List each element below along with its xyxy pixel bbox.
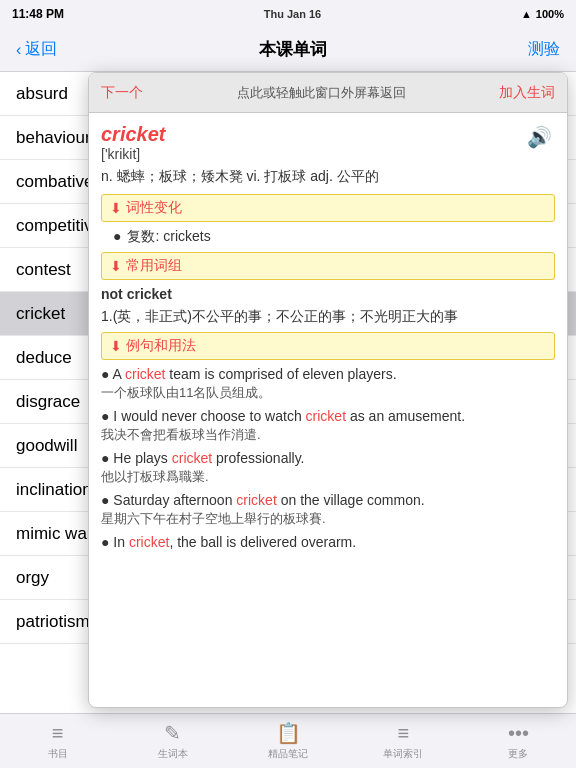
example-4-zh: 星期六下午在村子空地上舉行的板球賽.: [101, 510, 555, 528]
example-1-zh: 一个板球队由11名队员组成。: [101, 384, 555, 402]
more-icon: •••: [508, 722, 529, 745]
wordindex-icon: ≡: [397, 722, 409, 745]
popup-content: cricket ['krikit] 🔊 n. 蟋蟀；板球；矮木凳 vi. 打板球…: [89, 113, 567, 707]
example-4-en: ● Saturday afternoon cricket on the vill…: [101, 492, 555, 508]
prev-button[interactable]: 下一个: [101, 84, 143, 102]
morphology-items: ● 复数: crickets: [109, 228, 555, 246]
back-label: 返回: [25, 39, 57, 60]
tab-vocab[interactable]: ✎ 生词本: [115, 721, 230, 761]
word-label: inclination: [16, 480, 92, 500]
example-2-en: ● I would never choose to watch cricket …: [101, 408, 555, 424]
tab-booklist[interactable]: ≡ 书目: [0, 722, 115, 761]
page-title: 本课单词: [259, 38, 327, 61]
dict-word-row: cricket ['krikit] 🔊: [101, 123, 555, 166]
word-label: disgrace: [16, 392, 80, 412]
meaning-item: 1.(英，非正式)不公平的事；不公正的事；不光明正大的事: [101, 308, 555, 326]
example-3-en: ● He plays cricket professionally.: [101, 450, 555, 466]
tab-notes-label: 精品笔记: [268, 747, 308, 761]
battery-icon: 100%: [536, 8, 564, 20]
wifi-icon: ▲: [521, 8, 532, 20]
morphology-header[interactable]: ⬇ 词性变化: [101, 194, 555, 222]
notes-icon: 📋: [276, 721, 301, 745]
tab-more[interactable]: ••• 更多: [461, 722, 576, 761]
list-item: ● 复数: crickets: [113, 228, 555, 246]
examples-arrow-icon: ⬇: [110, 338, 122, 354]
example-1-en: ● A cricket team is comprised of eleven …: [101, 366, 555, 382]
word-label: behaviour: [16, 128, 91, 148]
status-time: 11:48 PM: [12, 7, 64, 21]
dict-word: cricket ['krikit]: [101, 123, 166, 166]
tab-notes[interactable]: 📋 精品笔记: [230, 721, 345, 761]
add-vocab-button[interactable]: 加入生词: [499, 84, 555, 102]
word-label: deduce: [16, 348, 72, 368]
popup-toolbar: 下一个 点此或轻触此窗口外屏幕返回 加入生词: [89, 73, 567, 113]
word-label: contest: [16, 260, 71, 280]
back-chevron-icon: ‹: [16, 41, 21, 59]
phrases-arrow-icon: ⬇: [110, 258, 122, 274]
tab-vocab-label: 生词本: [158, 747, 188, 761]
dict-popup[interactable]: 下一个 点此或轻触此窗口外屏幕返回 加入生词 cricket ['krikit]…: [88, 72, 568, 708]
quiz-button[interactable]: 测验: [528, 39, 560, 60]
example-2-zh: 我决不會把看板球当作消遣.: [101, 426, 555, 444]
word-label: orgy: [16, 568, 49, 588]
booklist-icon: ≡: [52, 722, 64, 745]
phrases-header[interactable]: ⬇ 常用词组: [101, 252, 555, 280]
status-icons: ▲ 100%: [521, 8, 564, 20]
status-bar: 11:48 PM Thu Jan 16 ▲ 100%: [0, 0, 576, 28]
back-button[interactable]: ‹ 返回: [16, 39, 57, 60]
tab-bar: ≡ 书目 ✎ 生词本 📋 精品笔记 ≡ 单词索引 ••• 更多: [0, 713, 576, 768]
tab-booklist-label: 书目: [48, 747, 68, 761]
status-day: Thu Jan 16: [264, 8, 321, 20]
word-label: patriotism: [16, 612, 90, 632]
popup-hint: 点此或轻触此窗口外屏幕返回: [237, 84, 406, 102]
tab-wordindex[interactable]: ≡ 单词索引: [346, 722, 461, 761]
word-label: cricket: [16, 304, 65, 324]
word-label: absurd: [16, 84, 68, 104]
morphology-arrow-icon: ⬇: [110, 200, 122, 216]
dict-definition: n. 蟋蟀；板球；矮木凳 vi. 打板球 adj. 公平的: [101, 168, 555, 186]
word-label: goodwill: [16, 436, 77, 456]
tab-more-label: 更多: [508, 747, 528, 761]
tab-wordindex-label: 单词索引: [383, 747, 423, 761]
examples-header[interactable]: ⬇ 例句和用法: [101, 332, 555, 360]
nav-bar: ‹ 返回 本课单词 测验: [0, 28, 576, 72]
vocab-icon: ✎: [164, 721, 181, 745]
example-3-zh: 他以打板球爲職業.: [101, 468, 555, 486]
word-label: combative: [16, 172, 93, 192]
phrase-item: not cricket: [101, 286, 555, 302]
example-5-en: ● In cricket, the ball is delivered over…: [101, 534, 555, 550]
word-sound-button[interactable]: 🔊: [523, 123, 555, 151]
